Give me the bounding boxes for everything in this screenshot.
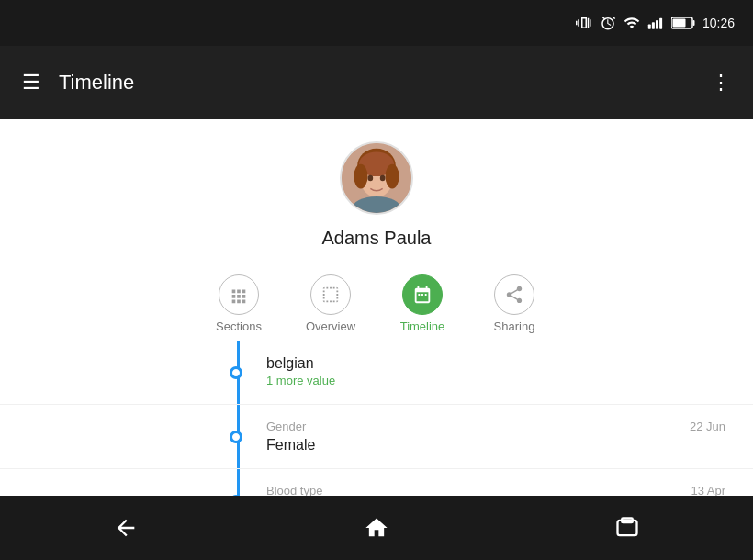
- svg-rect-6: [672, 19, 685, 28]
- timeline-label: Timeline: [400, 319, 445, 333]
- app-bar-title: Timeline: [59, 71, 692, 95]
- svg-point-13: [386, 164, 399, 189]
- profile-section: Adams Paula: [0, 119, 753, 263]
- back-button[interactable]: [98, 500, 153, 555]
- main-content: Adams Paula Sections Overview: [0, 119, 753, 560]
- tab-sections[interactable]: Sections: [193, 274, 285, 333]
- status-icons: 10:26: [576, 15, 735, 31]
- timeline-dot-nationality: [230, 366, 242, 379]
- sections-icon-circle: [219, 274, 259, 315]
- tab-overview[interactable]: Overview: [285, 274, 376, 333]
- vibrate-icon: [576, 15, 592, 31]
- gender-date: 22 Jun: [690, 420, 725, 433]
- overview-icon-circle: [310, 274, 351, 315]
- nationality-value: belgian: [266, 355, 725, 372]
- battery-icon: [671, 17, 695, 29]
- timeline-item-nationality: belgian 1 more value: [0, 341, 753, 405]
- timeline-item-gender: 22 Jun Gender Female: [0, 405, 753, 469]
- gender-label: Gender: [266, 420, 725, 433]
- sharing-label: Sharing: [494, 319, 535, 333]
- avatar: [340, 141, 413, 215]
- timeline-icon-circle: [402, 274, 443, 315]
- alarm-icon: [600, 15, 616, 31]
- timeline-dot-gender: [230, 431, 242, 443]
- svg-point-14: [368, 175, 374, 182]
- tab-timeline[interactable]: Timeline: [376, 274, 468, 333]
- profile-name: Adams Paula: [322, 228, 432, 249]
- svg-rect-3: [659, 18, 662, 29]
- hamburger-icon[interactable]: ☰: [22, 71, 40, 95]
- svg-rect-0: [648, 25, 651, 29]
- signal-icon: [647, 15, 664, 31]
- time-display: 10:26: [702, 16, 735, 30]
- status-bar: 10:26: [0, 0, 753, 46]
- svg-rect-5: [692, 20, 694, 26]
- svg-rect-1: [652, 22, 655, 29]
- wifi-icon: [624, 15, 640, 31]
- svg-rect-2: [656, 20, 658, 29]
- svg-point-15: [380, 175, 386, 182]
- more-options-icon[interactable]: ⋮: [711, 71, 731, 95]
- gender-value: Female: [266, 437, 725, 454]
- app-bar: ☰ Timeline ⋮: [0, 46, 753, 119]
- svg-point-12: [354, 164, 367, 189]
- tab-bar: Sections Overview Timeline: [0, 263, 753, 341]
- sharing-icon-circle: [494, 274, 534, 315]
- overview-label: Overview: [306, 319, 355, 333]
- home-button[interactable]: [349, 500, 404, 555]
- recents-button[interactable]: [600, 500, 655, 555]
- sections-label: Sections: [216, 319, 262, 333]
- more-value-nationality[interactable]: 1 more value: [266, 374, 725, 387]
- tab-sharing[interactable]: Sharing: [468, 274, 560, 333]
- bottom-nav: [0, 496, 753, 560]
